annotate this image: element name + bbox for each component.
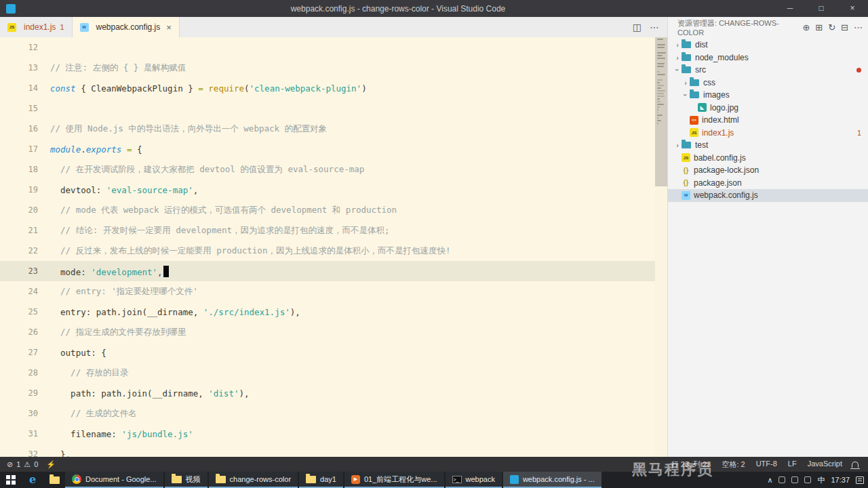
vscode-logo-icon[interactable] — [6, 4, 16, 14]
code-line[interactable]: 26 // 指定生成的文件要存放到哪里 — [0, 322, 655, 342]
code-line[interactable]: 21 // 结论: 开发时候一定要用 development，因为追求的是打包的… — [0, 220, 655, 241]
tree-item-package.json[interactable]: {}package.json — [668, 177, 868, 190]
line-number[interactable]: 12 — [0, 43, 38, 52]
code-line[interactable]: 20 // mode 代表 webpack 运行的模式，可选值有两个 devel… — [0, 200, 655, 220]
code-line[interactable]: 13// 注意: 左侧的 { } 是解构赋值 — [0, 58, 655, 78]
tray-icon-2[interactable] — [791, 476, 798, 483]
cursor-position[interactable]: 行 23, 列 23 — [671, 460, 711, 470]
line-number[interactable]: 19 — [0, 185, 38, 195]
code-line[interactable]: 25 entry: path.join(__dirname, './src/in… — [0, 302, 655, 322]
code-line[interactable]: 22 // 反过来，发布上线的时候一定能要用 production，因为上线追求… — [0, 241, 655, 261]
taskbar-window-2[interactable]: change-rows-color — [209, 472, 298, 488]
line-number[interactable]: 27 — [0, 348, 38, 357]
code-line[interactable]: 19 devtool: 'eval-source-map', — [0, 180, 655, 200]
tray-icon-1[interactable] — [778, 476, 785, 483]
line-number[interactable]: 22 — [0, 246, 38, 256]
code-line[interactable]: 12 — [0, 37, 655, 58]
code-lines[interactable]: 1213// 注意: 左侧的 { } 是解构赋值14const { CleanW… — [0, 37, 655, 457]
taskbar-window-1[interactable]: 视频 — [165, 472, 208, 488]
minimize-button[interactable]: ─ — [774, 0, 806, 17]
notifications-icon[interactable] — [852, 462, 859, 468]
line-number[interactable]: 17 — [0, 144, 38, 154]
code-text: // mode 代表 webpack 运行的模式，可选值有两个 developm… — [50, 205, 397, 216]
tree-item-index1.js[interactable]: JSindex1.js1 — [668, 127, 868, 140]
tray-chevron-up-icon[interactable]: ∧ — [767, 476, 772, 485]
line-number[interactable]: 25 — [0, 307, 38, 317]
tab-webpack.config.js[interactable]: Wwebpack.config.js× — [73, 17, 180, 37]
line-number[interactable]: 29 — [0, 388, 38, 398]
code-text: entry: path.join(__dirname, './src/index… — [50, 307, 300, 317]
tree-item-index.html[interactable]: <>index.html — [668, 114, 868, 127]
taskbar-window-5[interactable]: >_webpack — [446, 472, 502, 488]
problems-indicator[interactable]: ⊘ 1 ⚠ 0 — [7, 460, 38, 469]
tray-icon-3[interactable] — [804, 476, 811, 483]
code-line[interactable]: 28 // 存放的目录 — [0, 363, 655, 383]
code-line[interactable]: 32 }, — [0, 444, 655, 457]
tree-item-babel.config.js[interactable]: JSbabel.config.js — [668, 152, 868, 165]
tab-close-icon[interactable]: × — [166, 22, 172, 33]
split-editor-icon[interactable]: ◫ — [633, 22, 642, 33]
line-number[interactable]: 23 — [0, 266, 38, 276]
tree-item-images[interactable]: ›images — [668, 89, 868, 102]
code-line[interactable]: 16// 使用 Node.js 中的导出语法，向外导出一个 webpack 的配… — [0, 119, 655, 139]
line-number[interactable]: 16 — [0, 124, 38, 134]
tree-item-node_modules[interactable]: ›node_modules — [668, 52, 868, 64]
start-button[interactable] — [0, 472, 22, 488]
eol[interactable]: LF — [788, 460, 797, 470]
line-number[interactable]: 28 — [0, 368, 38, 378]
line-number[interactable]: 21 — [0, 226, 38, 235]
tree-item-css[interactable]: ›css — [668, 77, 868, 89]
line-number[interactable]: 24 — [0, 287, 38, 296]
tree-item-test[interactable]: ›test — [668, 139, 868, 152]
scrollbar-thumb[interactable] — [655, 37, 667, 186]
edge-icon[interactable]: e — [22, 472, 43, 488]
tab-index1.js[interactable]: JSindex1.js1 — [0, 17, 73, 37]
language-mode[interactable]: JavaScript — [808, 460, 842, 470]
line-number[interactable]: 32 — [0, 449, 38, 457]
line-number[interactable]: 14 — [0, 83, 38, 93]
taskbar-window-4[interactable]: ▶01_前端工程化与we... — [344, 472, 444, 488]
code-line[interactable]: 31 filename: 'js/bundle.js' — [0, 424, 655, 444]
line-number[interactable]: 20 — [0, 205, 38, 215]
file-explorer-icon[interactable] — [43, 472, 65, 488]
code-line[interactable]: 30 // 生成的文件名 — [0, 403, 655, 424]
code-line[interactable]: 18 // 在开发调试阶段，建议大家都把 devtool 的值设置为 eval-… — [0, 159, 655, 180]
new-folder-icon[interactable]: ⊞ — [815, 22, 823, 33]
power-status-icon[interactable]: ⚡ — [46, 460, 56, 469]
new-file-icon[interactable]: ⊕ — [802, 22, 810, 33]
action-center-icon[interactable] — [856, 476, 864, 484]
taskbar-window-3[interactable]: day1 — [299, 472, 343, 488]
line-number[interactable]: 13 — [0, 63, 38, 73]
code-line[interactable]: 17module.exports = { — [0, 139, 655, 159]
line-number[interactable]: 26 — [0, 327, 38, 337]
code-line[interactable]: 29 path: path.join(__dirname, 'dist'), — [0, 383, 655, 403]
more-icon[interactable]: ⋯ — [854, 22, 863, 33]
ime-indicator[interactable]: 中 — [817, 475, 825, 485]
indentation[interactable]: 空格: 2 — [722, 460, 745, 470]
code-line[interactable]: 15 — [0, 98, 655, 119]
code-line[interactable]: 14const { CleanWebpackPlugin } = require… — [0, 78, 655, 98]
taskbar-window-0[interactable]: Document - Google... — [65, 472, 163, 488]
code-line[interactable]: 24 // entry: '指定要处理哪个文件' — [0, 281, 655, 302]
code-line[interactable]: 27 output: { — [0, 342, 655, 363]
more-actions-icon[interactable]: ⋯ — [650, 22, 659, 33]
warning-icon: ⚠ — [24, 460, 31, 469]
tree-item-package-lock.json[interactable]: {}package-lock.json — [668, 164, 868, 177]
line-number[interactable]: 18 — [0, 165, 38, 174]
tree-item-dist[interactable]: ›dist — [668, 39, 868, 52]
maximize-button[interactable]: □ — [806, 0, 837, 17]
close-button[interactable]: × — [837, 0, 868, 17]
taskbar-window-6[interactable]: webpack.config.js - ... — [503, 472, 601, 488]
tree-item-src[interactable]: ›src — [668, 64, 868, 77]
tree-item-webpack.config.js[interactable]: Wwebpack.config.js — [668, 189, 868, 202]
code-line[interactable]: 23 mode: 'development', — [0, 261, 655, 281]
encoding[interactable]: UTF-8 — [756, 460, 777, 470]
code-text: // 使用 Node.js 中的导出语法，向外导出一个 webpack 的配置对… — [50, 123, 327, 135]
refresh-icon[interactable]: ↻ — [828, 22, 835, 33]
line-number[interactable]: 15 — [0, 104, 38, 113]
tree-item-logo.jpg[interactable]: ◣logo.jpg — [668, 102, 868, 115]
line-number[interactable]: 30 — [0, 409, 38, 418]
clock[interactable]: 17:37 — [831, 476, 850, 484]
collapse-folders-icon[interactable]: ⊟ — [841, 22, 848, 33]
line-number[interactable]: 31 — [0, 429, 38, 439]
